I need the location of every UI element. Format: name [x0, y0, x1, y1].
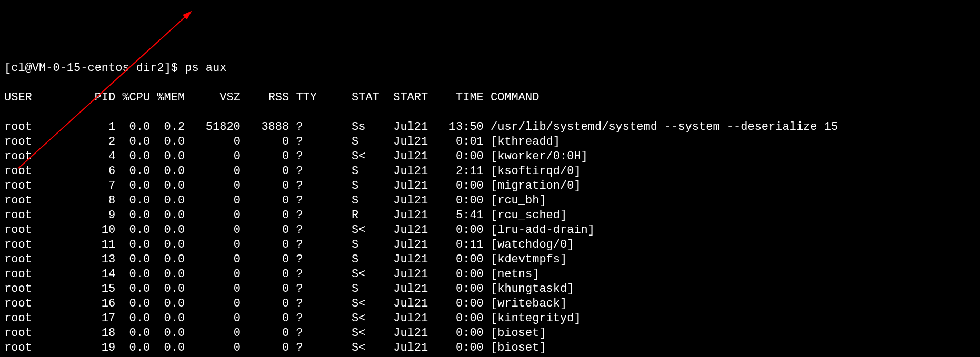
cell-rss: 0	[241, 267, 289, 282]
cell-command: [kthreadd]	[484, 135, 560, 149]
cell-tty: ?	[289, 149, 303, 164]
cell-pid: 18	[87, 326, 115, 341]
header-command: COMMAND	[484, 90, 539, 105]
table-row: root110.00.000?SJul210:11[watchdog/0]	[4, 238, 976, 252]
header-vsz: VSZ	[185, 90, 241, 105]
cell-user: root	[4, 120, 87, 135]
table-row: root160.00.000?S<Jul210:00[writeback]	[4, 297, 976, 311]
cell-time: 0:00	[435, 193, 483, 208]
table-row: root60.00.000?SJul212:11[ksoftirqd/0]	[4, 164, 976, 179]
cell-stat: R	[303, 208, 386, 223]
cell-command: [lru-add-drain]	[484, 223, 595, 238]
cell-stat: S	[303, 135, 386, 149]
prompt-text: [cl@VM-0-15-centos dir2]$ ps aux	[4, 61, 226, 76]
cell-user: root	[4, 282, 87, 297]
cell-cpu: 0.0	[115, 208, 150, 223]
table-row: root130.00.000?SJul210:00[kdevtmpfs]	[4, 252, 976, 267]
cell-mem: 0.0	[150, 297, 185, 311]
cell-tty: ?	[289, 297, 303, 311]
cell-user: root	[4, 341, 87, 355]
cell-vsz: 0	[185, 179, 241, 193]
cell-pid: 2	[87, 135, 115, 149]
cell-command: [bioset]	[484, 326, 546, 341]
table-row: root40.00.000?S<Jul210:00[kworker/0:0H]	[4, 149, 976, 164]
cell-user: root	[4, 311, 87, 326]
table-row: root90.00.000?RJul215:41[rcu_sched]	[4, 208, 976, 223]
cell-pid: 19	[87, 341, 115, 355]
cell-user: root	[4, 267, 87, 282]
cell-cpu: 0.0	[115, 238, 150, 252]
cell-rss: 0	[241, 252, 289, 267]
cell-time: 0:00	[435, 297, 483, 311]
cell-time: 0:00	[435, 311, 483, 326]
cell-tty: ?	[289, 238, 303, 252]
cell-start: Jul21	[386, 341, 435, 355]
header-mem: %MEM	[150, 90, 185, 105]
cell-vsz: 0	[185, 326, 241, 341]
cell-tty: ?	[289, 223, 303, 238]
cell-pid: 11	[87, 238, 115, 252]
cell-command: [writeback]	[484, 297, 567, 311]
cell-vsz: 0	[185, 164, 241, 179]
cell-rss: 0	[241, 208, 289, 223]
cell-time: 0:01	[435, 135, 483, 149]
cell-stat: S	[303, 193, 386, 208]
cell-time: 0:00	[435, 341, 483, 355]
cell-mem: 0.0	[150, 208, 185, 223]
cell-pid: 13	[87, 252, 115, 267]
cell-cpu: 0.0	[115, 341, 150, 355]
cell-pid: 10	[87, 223, 115, 238]
cell-stat: S	[303, 179, 386, 193]
cell-tty: ?	[289, 135, 303, 149]
cell-rss: 0	[241, 164, 289, 179]
cell-pid: 6	[87, 164, 115, 179]
cell-stat: S<	[303, 341, 386, 355]
cell-mem: 0.0	[150, 149, 185, 164]
cell-start: Jul21	[386, 311, 435, 326]
cell-stat: S	[303, 282, 386, 297]
cell-time: 0:00	[435, 252, 483, 267]
cell-mem: 0.2	[150, 120, 185, 135]
table-row: root10.00.2518203888?SsJul2113:50/usr/li…	[4, 120, 976, 135]
process-list: root10.00.2518203888?SsJul2113:50/usr/li…	[4, 120, 976, 357]
cell-vsz: 0	[185, 282, 241, 297]
table-row: root180.00.000?S<Jul210:00[bioset]	[4, 326, 976, 341]
cell-mem: 0.0	[150, 311, 185, 326]
cell-mem: 0.0	[150, 341, 185, 355]
cell-command: [khungtaskd]	[484, 282, 574, 297]
cell-time: 0:00	[435, 179, 483, 193]
table-row: root140.00.000?S<Jul210:00[netns]	[4, 267, 976, 282]
cell-command: [kdevtmpfs]	[484, 252, 567, 267]
cell-vsz: 51820	[185, 120, 241, 135]
cell-command: [rcu_bh]	[484, 193, 546, 208]
table-row: root80.00.000?SJul210:00[rcu_bh]	[4, 193, 976, 208]
cell-stat: Ss	[303, 120, 386, 135]
cell-start: Jul21	[386, 238, 435, 252]
cell-stat: S	[303, 164, 386, 179]
cell-vsz: 0	[185, 238, 241, 252]
cell-stat: S<	[303, 267, 386, 282]
table-row: root150.00.000?SJul210:00[khungtaskd]	[4, 282, 976, 297]
command-prompt[interactable]: [cl@VM-0-15-centos dir2]$ ps aux	[4, 61, 976, 76]
cell-start: Jul21	[386, 135, 435, 149]
cell-mem: 0.0	[150, 267, 185, 282]
header-start: START	[386, 90, 435, 105]
cell-cpu: 0.0	[115, 311, 150, 326]
cell-stat: S	[303, 252, 386, 267]
cell-time: 0:00	[435, 149, 483, 164]
cell-cpu: 0.0	[115, 282, 150, 297]
header-rss: RSS	[241, 90, 289, 105]
table-header: USERPID%CPU%MEMVSZRSSTTYSTATSTARTTIMECOM…	[4, 90, 976, 105]
cell-user: root	[4, 252, 87, 267]
cell-time: 2:11	[435, 164, 483, 179]
cell-user: root	[4, 326, 87, 341]
cell-time: 0:00	[435, 267, 483, 282]
cell-user: root	[4, 135, 87, 149]
cell-time: 0:00	[435, 282, 483, 297]
cell-tty: ?	[289, 341, 303, 355]
cell-cpu: 0.0	[115, 326, 150, 341]
cell-user: root	[4, 149, 87, 164]
cell-tty: ?	[289, 120, 303, 135]
cell-rss: 0	[241, 297, 289, 311]
cell-start: Jul21	[386, 326, 435, 341]
